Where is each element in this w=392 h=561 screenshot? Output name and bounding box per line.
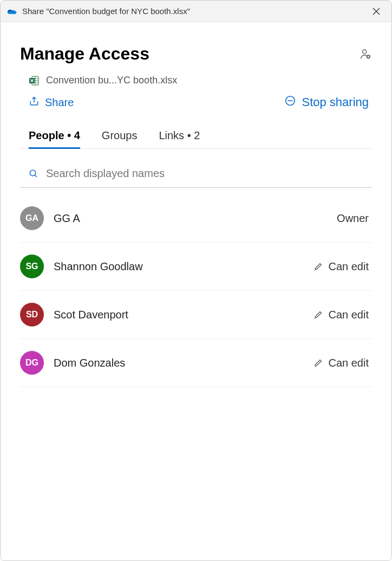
window-title: Share "Convention budget for NYC booth.x… <box>22 6 368 16</box>
share-label: Share <box>45 96 74 109</box>
person-name: Shannon Goodlaw <box>54 260 304 273</box>
file-name: Convention bu...YC booth.xlsx <box>46 75 177 86</box>
stop-sharing-label: Stop sharing <box>302 95 369 109</box>
tab-people[interactable]: People • 4 <box>29 129 80 148</box>
avatar: SG <box>20 255 44 278</box>
person-name: Dom Gonzales <box>54 357 304 369</box>
avatar: GA <box>20 206 44 230</box>
search-row <box>20 158 372 188</box>
search-input[interactable] <box>46 167 365 180</box>
window-titlebar: Share "Convention budget for NYC booth.x… <box>1 1 391 22</box>
permission-dropdown[interactable]: Can edit <box>313 309 369 321</box>
list-item[interactable]: DG Dom Gonzales Can edit <box>20 339 372 387</box>
stop-sharing-button[interactable]: Stop sharing <box>284 95 369 110</box>
list-item[interactable]: SD Scot Davenport Can edit <box>20 291 372 339</box>
onedrive-icon <box>7 6 18 17</box>
svg-line-11 <box>35 175 37 177</box>
excel-icon <box>29 75 40 86</box>
tab-links[interactable]: Links • 2 <box>159 129 200 148</box>
pencil-icon <box>313 358 323 368</box>
tabs: People • 4 Groups Links • 2 <box>20 129 372 149</box>
people-list: GA GG A Owner SG Shannon Goodlaw Can edi… <box>20 193 372 387</box>
dialog-content: Manage Access Convention bu...YC booth.x… <box>1 22 391 560</box>
permission-dropdown[interactable]: Can edit <box>313 260 369 273</box>
svg-point-0 <box>363 49 367 53</box>
add-person-button[interactable] <box>359 48 372 61</box>
permission-dropdown[interactable]: Can edit <box>313 357 369 369</box>
pencil-icon <box>313 310 323 319</box>
avatar: DG <box>20 351 44 375</box>
svg-point-10 <box>30 170 36 176</box>
list-item[interactable]: SG Shannon Goodlaw Can edit <box>20 243 372 291</box>
search-icon <box>29 169 38 179</box>
tab-groups[interactable]: Groups <box>102 129 138 148</box>
avatar: SD <box>20 303 44 327</box>
file-info: Convention bu...YC booth.xlsx <box>20 75 372 86</box>
close-button[interactable] <box>368 3 385 20</box>
person-name: Scot Davenport <box>54 309 304 321</box>
pencil-icon <box>313 262 323 271</box>
list-item[interactable]: GA GG A Owner <box>20 193 372 243</box>
role-label: Owner <box>337 212 369 225</box>
stop-icon <box>284 95 296 110</box>
page-title: Manage Access <box>20 44 149 64</box>
person-name: GG A <box>54 212 327 225</box>
share-icon <box>29 96 40 109</box>
share-button[interactable]: Share <box>29 96 74 109</box>
